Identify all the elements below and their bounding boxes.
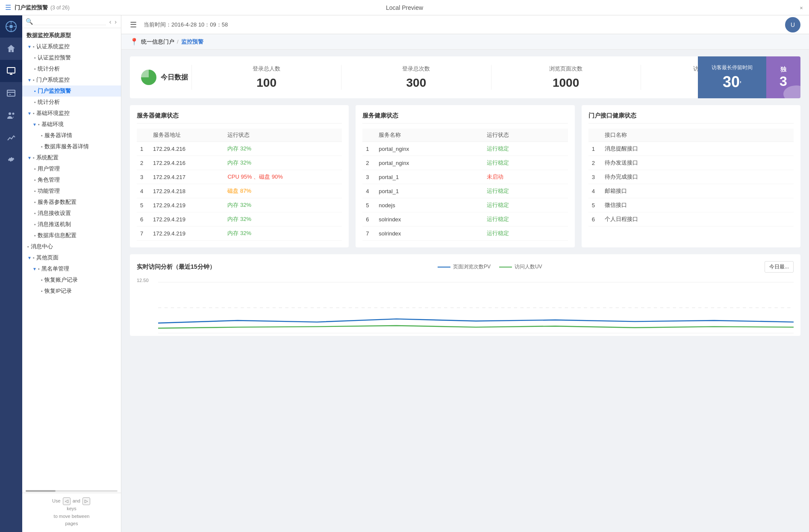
sidebar-item-func-mgmt[interactable]: ▪ 功能管理 <box>22 185 121 197</box>
cell-no: 6 <box>588 212 601 226</box>
sidebar-item-auth-stats[interactable]: ▪ 统计分析 <box>22 63 121 74</box>
hamburger-menu-button[interactable]: ☰ <box>130 20 137 29</box>
sidebar-item-label: 用户管理 <box>38 165 60 173</box>
cell-no: 2 <box>137 156 150 170</box>
nav-monitor-icon[interactable] <box>0 60 22 82</box>
sidebar-item-user-mgmt[interactable]: ▪ 用户管理 <box>22 163 121 174</box>
table-row: 5nodejs运行稳定 <box>362 198 568 212</box>
sidebar-item-basic-env[interactable]: ▼ ▪ 基础环境 <box>22 119 121 130</box>
sidebar-item-msg-push[interactable]: ▪ 消息推送机制 <box>22 219 121 230</box>
sidebar-item-recover-ip[interactable]: ▪ 恢复IP记录 <box>22 285 121 297</box>
sidebar-item-portal-monitor[interactable]: ▼ ▪ 门户系统监控 <box>22 74 121 85</box>
app-title: 数据监控系统原型 <box>22 28 121 41</box>
card-max-stay: 访客最长停留时间 30' <box>698 56 766 98</box>
sidebar-item-recover-account[interactable]: ▪ 恢复账户记录 <box>22 274 121 285</box>
nav-chart-icon[interactable] <box>0 126 22 149</box>
table-row: 2待办发送接口 <box>588 156 794 170</box>
sidebar-item-role-mgmt[interactable]: ▪ 角色管理 <box>22 174 121 185</box>
sidebar-item-blacklist-mgmt[interactable]: ▼ ▪ 黑名单管理 <box>22 263 121 274</box>
cell-name: 个人日程接口 <box>601 212 794 226</box>
cell-name: 微信接口 <box>601 198 794 212</box>
cell-status: 内存 32% <box>224 142 342 156</box>
cell-status: 运行稳定 <box>483 184 568 198</box>
nav-hint-pages: pages <box>65 521 78 526</box>
user-avatar[interactable]: U <box>785 17 800 32</box>
sidebar-item-portal-warning[interactable]: ▪ 门户监控预警 <box>22 85 121 97</box>
nav-users-icon[interactable] <box>0 104 22 126</box>
portal-health-title: 门户接口健康状态 <box>588 112 794 123</box>
sidebar-item-label: 基础环境监控 <box>36 109 70 117</box>
sidebar-item-portal-stats[interactable]: ▪ 统计分析 <box>22 97 121 108</box>
sidebar-item-auth-monitor[interactable]: ▼ ▪ 认证系统监控 <box>22 41 121 52</box>
sidebar-item-sys-config[interactable]: ▼ ▪ 系统配置 <box>22 152 121 163</box>
table-row: 3待办完成接口 <box>588 170 794 184</box>
nav-home-icon[interactable] <box>0 38 22 60</box>
prev-page-button[interactable]: ‹ <box>109 18 112 25</box>
cell-no: 3 <box>362 170 375 184</box>
sidebar-item-server-detail[interactable]: ▪ 服务器详情 <box>22 130 121 141</box>
nav-hint-and: and <box>73 498 80 503</box>
today-data-label: 今日数据 <box>140 69 191 86</box>
sidebar-search-input[interactable] <box>35 18 106 25</box>
close-window-button[interactable]: × <box>794 0 809 15</box>
nav-finance-icon[interactable] <box>0 82 22 104</box>
sidebar-item-label: 认证系统监控 <box>36 43 70 50</box>
stat-page-views-value: 1000 <box>500 76 632 90</box>
card-unique-label: 独 <box>780 66 786 73</box>
chart-area: 12.50 <box>137 278 794 329</box>
cell-no: 7 <box>137 226 150 241</box>
breadcrumb-parent: 统一信息门户 <box>141 38 174 46</box>
svg-point-15 <box>783 85 800 98</box>
sidebar-item-msg-center[interactable]: ▪ 消息中心 <box>22 241 121 252</box>
cell-status: 内存 32% <box>224 212 342 226</box>
cell-name: solrindex <box>375 212 483 226</box>
cell-name: nodejs <box>375 198 483 212</box>
sidebar-scrollbar-thumb[interactable] <box>26 490 56 492</box>
sidebar-item-env-monitor[interactable]: ▼ ▪ 基础环境监控 <box>22 108 121 119</box>
cell-status: 磁盘 87% <box>224 184 342 198</box>
today-stats-card: 今日数据 登录总人数 100 登录总次数 300 浏览页面次数 1000 访客平… <box>130 56 800 98</box>
svg-rect-6 <box>7 68 15 73</box>
chart-title: 实时访问分析（最近15分钟） <box>137 263 215 271</box>
cell-no: 1 <box>137 142 150 156</box>
next-page-button[interactable]: › <box>114 18 118 25</box>
col-service-status: 运行状态 <box>483 129 568 142</box>
breadcrumb-current: 监控预警 <box>181 38 203 46</box>
sidebar-item-label: 数据库信息配置 <box>38 232 76 239</box>
sidebar-item-label: 恢复账户记录 <box>44 276 78 284</box>
legend-pv-label: 页面浏览次数PV <box>453 263 491 270</box>
sidebar-item-db-detail[interactable]: ▪ 数据库服务器详情 <box>22 141 121 152</box>
sidebar-item-label: 角色管理 <box>38 176 60 184</box>
cell-status: 未启动 <box>483 170 568 184</box>
table-row: 5微信接口 <box>588 198 794 212</box>
sidebar-item-auth-warning[interactable]: ▪ 认证监控预警 <box>22 52 121 63</box>
breadcrumb-bar: 📍 统一信息门户 / 监控预警 <box>121 34 809 50</box>
sidebar-scrollbar-track[interactable] <box>26 490 118 492</box>
sidebar-item-other-pages[interactable]: ▼ ▪ 其他页面 <box>22 252 121 263</box>
cell-name: 邮箱接口 <box>601 184 794 198</box>
cell-no: 2 <box>588 156 601 170</box>
sidebar-item-db-config[interactable]: ▪ 数据库信息配置 <box>22 230 121 241</box>
cell-name: portal_1 <box>375 184 483 198</box>
table-row: 6个人日程接口 <box>588 212 794 226</box>
sidebar-item-label: 功能管理 <box>38 187 60 195</box>
cell-status: 内存 32% <box>224 156 342 170</box>
datetime-display: 当前时间：2016-4-28 10：09：58 <box>144 21 228 29</box>
sidebar-item-label: 服务器参数配置 <box>38 198 76 206</box>
cell-no: 2 <box>362 156 375 170</box>
stat-page-views-label: 浏览页面次数 <box>500 65 632 73</box>
nav-settings-icon[interactable] <box>0 149 22 171</box>
nav-arrows: ‹ › <box>109 18 118 25</box>
table-row: 4portal_1运行稳定 <box>362 184 568 198</box>
table-row: 3172.29.4.217CPU 95% 、磁盘 90% <box>137 170 342 184</box>
service-health-table: 服务名称 运行状态 1portal_nginx运行稳定2portal_nginx… <box>362 129 568 241</box>
table-row: 3portal_1未启动 <box>362 170 568 184</box>
cell-no: 5 <box>362 198 375 212</box>
server-health-tbody: 1172.29.4.216内存 32%2172.29.4.216内存 32%31… <box>137 142 342 241</box>
cell-addr: 172.29.4.216 <box>150 156 224 170</box>
chart-y-label: 12.50 <box>137 278 149 283</box>
sidebar-item-msg-recv[interactable]: ▪ 消息接收设置 <box>22 208 121 219</box>
sidebar-item-server-config[interactable]: ▪ 服务器参数配置 <box>22 197 121 208</box>
chart-today-button[interactable]: 今日最... <box>765 261 794 273</box>
table-row: 1portal_nginx运行稳定 <box>362 142 568 156</box>
